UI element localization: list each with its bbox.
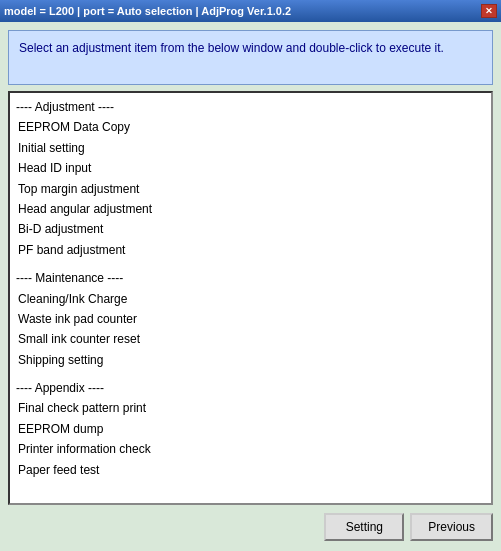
list-section-header: ---- Appendix ---- [16,378,485,398]
list-section-header: ---- Maintenance ---- [16,268,485,288]
list-item-bi-d[interactable]: Bi-D adjustment [16,219,485,239]
list-item-head-angular[interactable]: Head angular adjustment [16,199,485,219]
list-item-shipping[interactable]: Shipping setting [16,350,485,370]
list-item-empty [16,260,485,268]
instruction-box: Select an adjustment item from the below… [8,30,493,85]
previous-button[interactable]: Previous [410,513,493,541]
list-item-head-id-input[interactable]: Head ID input [16,158,485,178]
title-text: model = L200 | port = Auto selection | A… [4,5,291,17]
list-item-initial-setting[interactable]: Initial setting [16,138,485,158]
list-item-small-ink[interactable]: Small ink counter reset [16,329,485,349]
list-item-printer-info[interactable]: Printer information check [16,439,485,459]
list-section-header: ---- Adjustment ---- [16,97,485,117]
instruction-text: Select an adjustment item from the below… [19,41,444,55]
list-scroll[interactable]: ---- Adjustment ----EEPROM Data CopyInit… [10,93,491,503]
title-controls: ✕ [481,4,497,18]
list-container: ---- Adjustment ----EEPROM Data CopyInit… [8,91,493,505]
list-item-empty [16,370,485,378]
list-item-top-margin[interactable]: Top margin adjustment [16,179,485,199]
title-bar: model = L200 | port = Auto selection | A… [0,0,501,22]
list-item-eeprom-dump[interactable]: EEPROM dump [16,419,485,439]
list-item-waste-ink[interactable]: Waste ink pad counter [16,309,485,329]
list-item-cleaning-ink[interactable]: Cleaning/Ink Charge [16,289,485,309]
list-item-final-check[interactable]: Final check pattern print [16,398,485,418]
list-item-eeprom-copy[interactable]: EEPROM Data Copy [16,117,485,137]
bottom-bar: Setting Previous [8,511,493,543]
close-button[interactable]: ✕ [481,4,497,18]
setting-button[interactable]: Setting [324,513,404,541]
list-item-paper-feed[interactable]: Paper feed test [16,460,485,480]
window-body: Select an adjustment item from the below… [0,22,501,551]
list-item-pf-band[interactable]: PF band adjustment [16,240,485,260]
